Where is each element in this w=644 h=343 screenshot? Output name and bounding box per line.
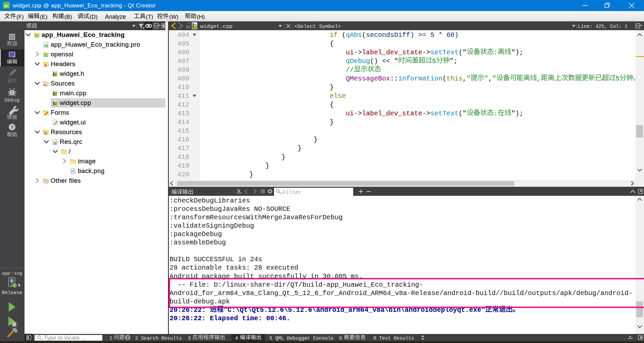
svg-text::assembleDebug: :assembleDebug xyxy=(170,239,226,246)
svg-text:app_Huawei_Eco_tracking.pro: app_Huawei_Eco_tracking.pro xyxy=(51,41,140,48)
svg-text:Qt: Qt xyxy=(45,54,47,57)
svg-text:secondsDiff: secondsDiff xyxy=(366,31,410,39)
svg-text:this: this xyxy=(446,75,463,82)
svg-text:QC: QC xyxy=(4,4,9,8)
svg-text:) >= 5 * 60): ) >= 5 * 60) xyxy=(410,31,459,39)
svg-text::: : xyxy=(494,49,498,56)
svg-text:<<: << xyxy=(382,57,390,65)
svg-text:app_Huawei_Eco_tracking: app_Huawei_Eco_tracking xyxy=(42,31,125,38)
svg-text:(): () xyxy=(370,57,382,65)
svg-text:(H): (H) xyxy=(197,14,205,20)
svg-text:(B): (B) xyxy=(64,14,72,20)
svg-text:{: { xyxy=(330,101,334,109)
svg-text:widget.cpp: widget.cpp xyxy=(59,99,91,106)
svg-text:setText: setText xyxy=(430,110,459,117)
svg-text:");: "); xyxy=(511,49,523,56)
svg-text:(: ( xyxy=(338,31,346,39)
svg-text:416: 416 xyxy=(177,136,189,144)
svg-text:Line: 425, Col: 1: Line: 425, Col: 1 xyxy=(578,24,628,29)
svg-text:}: } xyxy=(330,118,334,126)
svg-text:5: 5 xyxy=(432,57,436,65)
svg-text::packageDebug: :packageDebug xyxy=(170,230,222,238)
svg-text::: : xyxy=(494,110,498,117)
svg-text:Resources: Resources xyxy=(51,128,82,135)
svg-text:(E): (E) xyxy=(40,14,48,20)
svg-text:418: 418 xyxy=(177,153,189,161)
svg-text:h: h xyxy=(45,63,47,67)
svg-text:409: 409 xyxy=(177,75,189,82)
svg-text:3: 3 xyxy=(188,336,194,341)
svg-text:4: 4 xyxy=(235,336,241,341)
svg-text:?: ? xyxy=(10,124,13,130)
svg-text:(": (" xyxy=(459,110,467,117)
svg-text:";: "; xyxy=(449,57,458,65)
svg-text:,: , xyxy=(463,75,467,82)
svg-text:(: ( xyxy=(362,31,366,39)
svg-text:405: 405 xyxy=(177,40,189,48)
svg-text:2: 2 xyxy=(126,335,129,340)
svg-text:qDebug: qDebug xyxy=(346,57,370,65)
svg-text:28 actionable tasks: 28 execut: 28 actionable tasks: 28 executed xyxy=(170,264,299,272)
svg-text:(: ( xyxy=(442,75,446,82)
svg-text:/: / xyxy=(69,148,71,155)
svg-text:412: 412 xyxy=(177,101,189,109)
svg-text:Release: Release xyxy=(2,290,22,295)
svg-text:label_dev_state: label_dev_state xyxy=(362,49,422,56)
svg-text:414: 414 xyxy=(177,118,189,126)
svg-text:8 Test Results: 8 Test Results xyxy=(373,336,414,341)
svg-text:Forms: Forms xyxy=(51,109,69,116)
svg-text:}: } xyxy=(249,171,253,178)
svg-text:->: -> xyxy=(422,49,430,56)
svg-text:404: 404 xyxy=(177,31,189,39)
svg-text:}: } xyxy=(281,153,285,161)
svg-text:image: image xyxy=(78,158,96,165)
svg-text:widget.h: widget.h xyxy=(59,70,84,77)
svg-text:}: } xyxy=(265,162,269,170)
svg-text:ui: ui xyxy=(346,110,354,117)
svg-text:}: } xyxy=(314,136,318,144)
svg-text:setText: setText xyxy=(430,49,459,56)
svg-text:->: -> xyxy=(422,110,430,117)
svg-text:information: information xyxy=(398,75,442,82)
svg-text:}: } xyxy=(330,83,334,91)
svg-text:::: :: xyxy=(390,75,398,82)
svg-text:->: -> xyxy=(354,49,362,56)
svg-text:": " xyxy=(390,57,398,65)
svg-text:Other files: Other files xyxy=(51,177,81,184)
svg-text:back.png: back.png xyxy=(78,167,105,174)
svg-text:build-debug.apk: build-debug.apk xyxy=(170,298,230,305)
svg-text:Qt: Qt xyxy=(45,45,48,47)
svg-text:Headers: Headers xyxy=(51,60,75,67)
svg-text:20:26:22: Elapsed time: 00:46.: 20:26:22: Elapsed time: 00:46. xyxy=(170,315,290,322)
svg-text:Android_for_arm64_v8a_Clang_Qt: Android_for_arm64_v8a_Clang_Qt_5_12_6_fo… xyxy=(170,289,633,297)
svg-text:(F): (F) xyxy=(16,14,24,20)
svg-text:widget.cpp: widget.cpp xyxy=(200,23,233,30)
svg-text:main.cpp: main.cpp xyxy=(60,90,87,97)
svg-text:413: 413 xyxy=(177,110,189,117)
svg-text:widget.ui: widget.ui xyxy=(59,119,86,126)
svg-text:(W): (W) xyxy=(169,14,178,20)
svg-text:qAbs: qAbs xyxy=(346,31,362,39)
svg-text:Res.qrc: Res.qrc xyxy=(60,138,83,145)
svg-text:417: 417 xyxy=(177,145,189,152)
svg-text:420: 420 xyxy=(177,171,189,178)
svg-text::validateSigningDebug: :validateSigningDebug xyxy=(170,222,254,230)
svg-text:5: 5 xyxy=(615,75,620,82)
svg-text:if: if xyxy=(330,31,338,39)
svg-text:(": (" xyxy=(459,49,467,56)
svg-text:411: 411 xyxy=(177,92,189,100)
svg-text:<Select Symbol>: <Select Symbol> xyxy=(294,23,341,30)
svg-text:Type to locate ...: Type to locate ... xyxy=(44,335,86,341)
svg-text:406: 406 xyxy=(177,49,189,56)
svg-text::transformResourcesWithMergeJa: :transformResourcesWithMergeJavaResForDe… xyxy=(170,214,343,221)
svg-text:");: "); xyxy=(511,110,523,117)
svg-text:Qt: Qt xyxy=(36,35,38,38)
svg-text:ui: ui xyxy=(346,49,354,56)
svg-text:2 Search Results: 2 Search Results xyxy=(135,336,182,341)
svg-text:1: 1 xyxy=(109,336,115,341)
svg-text:-- File: D:/linux-share-dir/QT: -- File: D:/linux-share-dir/QT/build-app… xyxy=(170,281,423,289)
svg-text:5 QML Debugger Console: 5 QML Debugger Console xyxy=(269,336,333,341)
svg-text:QMessageBox: QMessageBox xyxy=(346,75,390,82)
svg-text:widget.cpp @ app_Huawei_Eco_tr: widget.cpp @ app_Huawei_Eco_tracking - Q… xyxy=(12,2,156,9)
svg-text:Filter: Filter xyxy=(283,189,302,195)
